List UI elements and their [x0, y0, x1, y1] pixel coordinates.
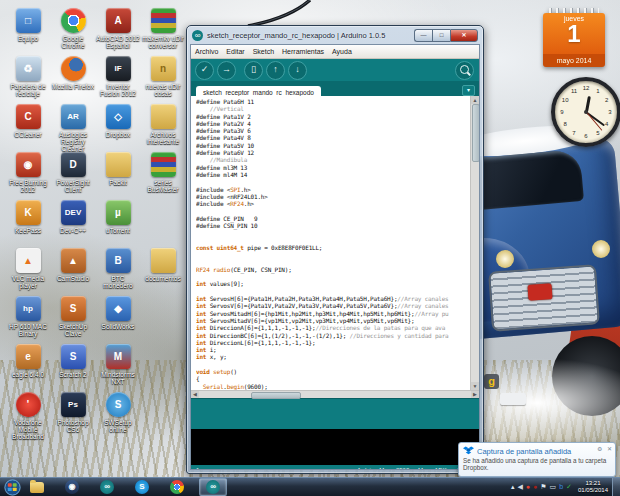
desktop-icon-inventor-fusion[interactable]: IFInventor Fusion 2012 — [96, 56, 140, 97]
desktop-icon-btc[interactable]: BBTC monedero — [96, 248, 140, 289]
tray-clock[interactable]: 13:21 01/05/2014 — [578, 480, 608, 494]
desktop-icon-vodafone[interactable]: 'Vodafone Mobile Broadband — [6, 392, 50, 440]
taskbar-media-player[interactable]: ◉ — [59, 479, 85, 495]
new-sketch-button[interactable]: ▯ — [244, 61, 263, 80]
open-button[interactable]: ↑ — [266, 61, 285, 80]
code-line — [196, 361, 470, 368]
desktop-icon-scratch[interactable]: SScratch 2 — [51, 344, 95, 378]
desktop-icon-free-burning[interactable]: ◉Free Burning 2012 — [6, 152, 50, 193]
verify-button[interactable]: ✓ — [195, 61, 214, 80]
show-desktop-button[interactable] — [612, 478, 620, 496]
dropbox-icon: ◇ — [106, 104, 131, 129]
desktop-icon-label: PowerSight Client — [51, 179, 95, 193]
desktop-icon-utorrent[interactable]: µuTorrent — [96, 200, 140, 234]
powersight-icon: D — [61, 152, 86, 177]
code-line: int ServosMitadV[6]={vp1Mit,vp2Mit,vp3Mi… — [196, 317, 470, 324]
scroll-up-arrow[interactable]: ▲ — [471, 96, 479, 104]
network-icon[interactable]: ▭ — [550, 479, 557, 495]
desktop-icon-conversor-udir[interactable]: makemkv uDir conversor — [141, 8, 185, 49]
taskbar-arduino[interactable]: ∞ — [94, 479, 120, 495]
desktop-icon-camstudio[interactable]: ▲CamStudio — [51, 248, 95, 282]
calendar-day: 1 — [543, 22, 605, 46]
scroll-right-arrow[interactable]: ▶ — [471, 391, 479, 398]
code-line: #define Pata6H 11 — [196, 98, 470, 105]
desktop-icon-swsetup[interactable]: SSWSetup online — [96, 392, 140, 433]
desktop-icon-mozilla-firefox[interactable]: Mozilla Firefox — [51, 56, 95, 90]
desktop-icon-keepass[interactable]: KKeePass — [6, 200, 50, 234]
save-button[interactable]: ↓ — [288, 61, 307, 80]
menu-editar[interactable]: Editar — [226, 48, 244, 55]
hidden-icons-chevron[interactable]: ▴ — [511, 479, 515, 495]
desktop-icon-label: AutoCAD 2012 Español — [96, 35, 140, 49]
desktop-icon-google-chrome[interactable]: Google Chrome — [51, 8, 95, 49]
archivos-interesante-icon — [151, 104, 176, 129]
desktop-icon-label: BTC monedero — [96, 275, 140, 289]
desktop-icon-label: VLC media player — [6, 275, 50, 289]
desktop-icon-documentos[interactable]: documentos — [141, 248, 185, 282]
desktop-icon-label: CamStudio — [51, 275, 95, 282]
vlc-icon: ▲ — [16, 248, 41, 273]
desktop-icon-label: Dropbox — [96, 131, 140, 138]
desktop-icon-registry-cleaner[interactable]: ARAuslogics Registry Cleaner — [51, 104, 95, 152]
code-line: int ServosMitadH[6]={hp1Mit,hp2Mit,hp3Mi… — [196, 310, 470, 317]
desktop-icon-ccleaner[interactable]: CCCleaner — [6, 104, 50, 138]
code-line: //Vertical — [196, 105, 470, 112]
menu-herramientas[interactable]: Herramientas — [282, 48, 324, 55]
desktop-icon-packit[interactable]: Packit — [96, 152, 140, 186]
desktop-icon-papelera[interactable]: ♻Papelera de reciclaje — [6, 56, 50, 97]
clock-gadget[interactable]: 123456789101112 — [551, 77, 620, 147]
arduino-app-icon: ∞ — [192, 30, 203, 41]
scroll-down-arrow[interactable]: ▼ — [471, 382, 479, 390]
desktop-icon-hp-610[interactable]: hpHP 610 MAC Binary — [6, 296, 50, 337]
code-line — [196, 273, 470, 280]
notification-close-icon[interactable]: ✕ — [607, 446, 612, 452]
calendar-gadget[interactable]: jueves 1 mayo 2014 — [543, 8, 605, 70]
desktop-icon-solidworks[interactable]: ◆SolidWorks — [96, 296, 140, 330]
start-button[interactable] — [4, 479, 21, 496]
title-bar[interactable]: ∞ sketch_receptor_mando_rc_hexapodo | Ar… — [187, 26, 483, 44]
minimize-button[interactable]: — — [414, 29, 432, 42]
desktop-icon-dev-cpp[interactable]: DEVDev-C++ — [51, 200, 95, 234]
desktop-icon-photoshop[interactable]: PsPhotoshop CS6 — [51, 392, 95, 433]
taskbar-arduino-active[interactable]: ∞ — [199, 478, 227, 496]
close-button[interactable]: ✕ — [450, 29, 478, 42]
desktop-icon-series[interactable]: series BusMaster — [141, 152, 185, 193]
horizontal-scroll-thumb[interactable] — [251, 392, 301, 399]
desktop-icon-mindstorms[interactable]: MMindstorms NXT — [96, 344, 140, 385]
desktop-icon-carpeta-n[interactable]: nnuevas uDir cosas — [141, 56, 185, 97]
security-tray-icon[interactable]: ● — [533, 479, 537, 495]
vertical-scroll-thumb[interactable] — [472, 104, 480, 162]
dropbox-notification[interactable]: Captura de pantalla añadida Se ha añadid… — [458, 442, 616, 477]
desktop-icon-equipo[interactable]: □Equipo — [6, 8, 50, 42]
desktop-icon-archivos-interesante[interactable]: Archivos interesante — [141, 104, 185, 145]
notification-settings-icon[interactable]: ⚙ — [597, 446, 602, 452]
bluetooth-icon[interactable]: b — [559, 479, 563, 495]
scroll-left-arrow[interactable]: ◀ — [191, 391, 199, 398]
desktop-icon-powersight[interactable]: DPowerSight Client — [51, 152, 95, 193]
desktop-icon-eagle[interactable]: eeagle 6.4.0 — [6, 344, 50, 378]
clock-numeral: 6 — [584, 133, 587, 139]
desktop-icon-vlc[interactable]: ▲VLC media player — [6, 248, 50, 289]
taskbar-chrome[interactable] — [164, 479, 190, 495]
clock-numeral: 2 — [605, 97, 608, 103]
volume-icon[interactable]: ◀ — [517, 479, 522, 495]
taskbar-explorer[interactable] — [24, 479, 50, 495]
desktop-icon-dropbox[interactable]: ◇Dropbox — [96, 104, 140, 138]
desktop-icon-sketchup[interactable]: SSketchUp Clave — [51, 296, 95, 337]
horizontal-scrollbar[interactable]: ◀ ▶ — [191, 390, 479, 398]
code-editor[interactable]: #define Pata6H 11 //Vertical#define Pata… — [191, 96, 479, 390]
maximize-button[interactable]: □ — [432, 29, 450, 42]
upload-button[interactable]: → — [217, 61, 236, 80]
menu-ayuda[interactable]: Ayuda — [332, 48, 352, 55]
taskbar-skype[interactable]: S — [129, 479, 155, 495]
menu-sketch[interactable]: Sketch — [253, 48, 274, 55]
vertical-scrollbar[interactable]: ▲ ▼ — [470, 96, 479, 390]
desktop-icon-autocad-2012[interactable]: AAutoCAD 2012 Español — [96, 8, 140, 49]
menu-archivo[interactable]: Archivo — [195, 48, 218, 55]
vodafone-tray-icon[interactable]: ● — [526, 479, 530, 495]
serial-monitor-button[interactable] — [455, 61, 474, 80]
flag-action-center-icon[interactable]: ⚑ — [540, 479, 546, 495]
tab-menu-button[interactable]: ▾ — [462, 85, 475, 96]
dropbox-synced-icon[interactable]: ✓ — [566, 479, 572, 495]
keepass-icon: K — [16, 200, 41, 225]
